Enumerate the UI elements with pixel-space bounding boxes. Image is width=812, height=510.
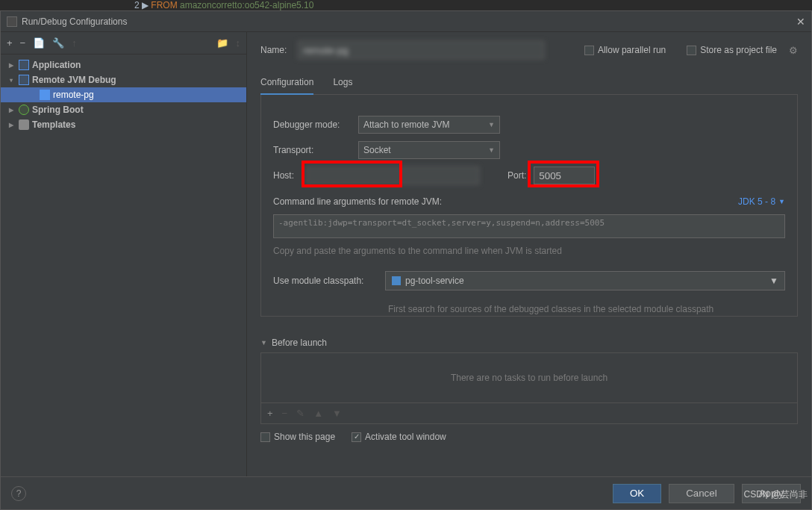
- copy-config-icon[interactable]: 📄: [33, 37, 45, 49]
- activate-tool-window-checkbox[interactable]: Activate tool window: [352, 432, 446, 442]
- module-icon: [392, 276, 401, 285]
- port-label: Port:: [508, 170, 526, 181]
- left-panel: + − 📄 🔧 ↑ 📁 ↕ ▶ Application ▾ Remote: [1, 32, 247, 476]
- edit-task-icon[interactable]: ✎: [296, 408, 304, 419]
- down-task-icon[interactable]: ▼: [332, 408, 342, 419]
- host-label: Host:: [273, 170, 299, 181]
- application-icon: [19, 60, 29, 70]
- ok-button[interactable]: OK: [613, 484, 661, 503]
- name-label: Name:: [260, 45, 289, 55]
- dialog-footer: ? OK Cancel Apply: [1, 476, 811, 509]
- before-launch-toolbar: + − ✎ ▲ ▼: [260, 403, 798, 424]
- host-input[interactable]: [306, 167, 479, 184]
- cmd-hint: Copy and paste the arguments to the comm…: [273, 246, 785, 256]
- chevron-down-icon: ▼: [488, 121, 495, 128]
- name-input[interactable]: [298, 41, 544, 59]
- port-input[interactable]: [534, 167, 595, 184]
- tree-item-remote-pg[interactable]: remote-pg: [1, 87, 246, 102]
- add-config-icon[interactable]: +: [7, 37, 13, 49]
- chevron-down-icon: ▼: [769, 276, 778, 286]
- edit-config-icon[interactable]: 🔧: [52, 37, 64, 49]
- templates-icon: [19, 119, 29, 130]
- folder-icon[interactable]: 📁: [216, 37, 228, 49]
- remote-group-icon: [19, 75, 29, 85]
- sort-icon[interactable]: ↕: [236, 37, 241, 49]
- chevron-right-icon: ▶: [7, 107, 16, 113]
- tree-application[interactable]: ▶ Application: [1, 57, 246, 72]
- tab-logs[interactable]: Logs: [333, 72, 352, 94]
- debugger-mode-select[interactable]: Attach to remote JVM▼: [358, 116, 500, 134]
- transport-label: Transport:: [273, 145, 351, 155]
- run-debug-dialog: Run/Debug Configurations ✕ + − 📄 🔧 ↑ 📁 ↕…: [0, 10, 812, 510]
- tab-configuration[interactable]: Configuration: [260, 72, 313, 95]
- up-icon[interactable]: ↑: [72, 37, 77, 49]
- dialog-title: Run/Debug Configurations: [22, 16, 796, 27]
- spring-icon: [19, 105, 29, 115]
- show-this-page-checkbox[interactable]: Show this page: [260, 432, 335, 442]
- allow-parallel-checkbox[interactable]: Allow parallel run: [584, 45, 666, 55]
- chevron-down-icon: ▼: [260, 339, 267, 346]
- remove-task-icon[interactable]: −: [282, 408, 288, 419]
- chevron-down-icon: ▾: [7, 77, 16, 84]
- apply-button[interactable]: Apply: [742, 484, 801, 503]
- store-as-project-checkbox[interactable]: Store as project file: [687, 45, 777, 55]
- module-hint: First search for sources of the debugged…: [388, 302, 785, 316]
- before-launch-list: There are no tasks to run before launch: [260, 352, 798, 403]
- module-classpath-select[interactable]: pg-tool-service ▼: [385, 271, 785, 290]
- remote-icon: [40, 90, 50, 100]
- chevron-right-icon: ▶: [7, 62, 16, 69]
- cmd-args-field[interactable]: -agentlib:jdwp=transport=dt_socket,serve…: [273, 214, 785, 238]
- tree-remote-jvm-debug[interactable]: ▾ Remote JVM Debug: [1, 72, 246, 87]
- help-button[interactable]: ?: [11, 486, 26, 501]
- tree-spring-boot[interactable]: ▶ Spring Boot: [1, 102, 246, 117]
- tab-bar: Configuration Logs: [260, 72, 798, 95]
- title-bar: Run/Debug Configurations ✕: [1, 11, 811, 32]
- config-toolbar: + − 📄 🔧 ↑ 📁 ↕: [1, 32, 246, 55]
- transport-select[interactable]: Socket▼: [358, 141, 500, 159]
- jdk-version-select[interactable]: JDK 5 - 8▼: [738, 196, 785, 207]
- right-panel: Name: Allow parallel run Store as projec…: [247, 32, 811, 476]
- debugger-mode-label: Debugger mode:: [273, 119, 351, 130]
- cancel-button[interactable]: Cancel: [669, 484, 734, 503]
- up-task-icon[interactable]: ▲: [313, 408, 323, 419]
- remove-config-icon[interactable]: −: [20, 37, 26, 49]
- chevron-down-icon: ▼: [488, 146, 495, 154]
- config-tree: ▶ Application ▾ Remote JVM Debug remote-…: [1, 55, 246, 476]
- chevron-down-icon: ▼: [778, 198, 785, 205]
- app-icon: [7, 16, 17, 27]
- module-classpath-label: Use module classpath:: [273, 276, 378, 286]
- close-icon[interactable]: ✕: [796, 16, 805, 28]
- tree-templates[interactable]: ▶ Templates: [1, 117, 246, 132]
- before-launch-header[interactable]: ▼ Before launch: [260, 338, 798, 348]
- add-task-icon[interactable]: +: [267, 408, 273, 419]
- gear-icon[interactable]: ⚙: [789, 45, 798, 56]
- cmd-args-label: Command line arguments for remote JVM:: [273, 196, 442, 207]
- chevron-right-icon: ▶: [7, 122, 16, 128]
- background-editor: 2 ▶ FROM amazoncorretto:oo542-alpine5.10: [0, 0, 812, 10]
